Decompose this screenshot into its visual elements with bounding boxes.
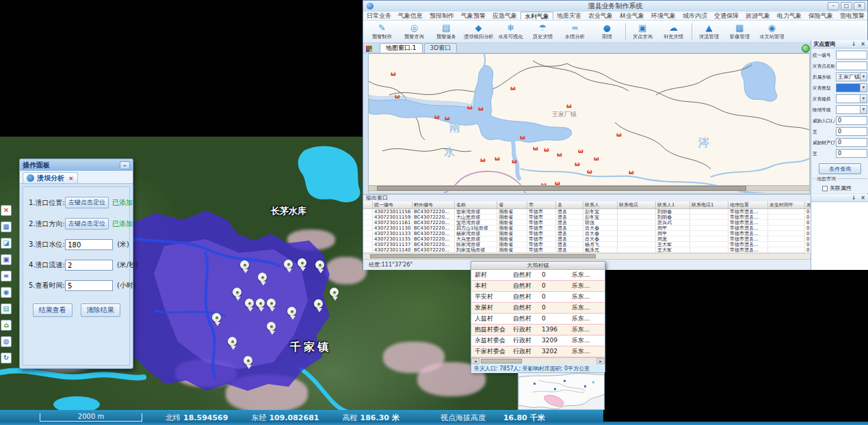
table-row[interactable]: 430723011161BC43072220...宝塔湾滑坡湖南省常德市澧县胡强… <box>363 220 811 225</box>
disaster-point-marker[interactable] <box>391 71 396 77</box>
disaster-point-marker[interactable] <box>566 103 572 109</box>
close-tab-icon[interactable]: × <box>68 175 74 182</box>
menu-tab[interactable]: 气象信息 <box>395 12 426 20</box>
vector-map[interactable]: 南水涔 王家厂镇 <box>368 53 810 193</box>
village-pin[interactable] <box>240 260 249 269</box>
pin-close-icons[interactable]: ↓ × <box>852 195 867 201</box>
minimize-icon[interactable]: – <box>120 161 130 169</box>
column-header[interactable]: 名称 <box>455 202 497 208</box>
disaster-point-marker[interactable] <box>495 156 500 162</box>
field-control[interactable]: 0 <box>836 149 867 158</box>
breach-position-button[interactable]: 左键点击定位 <box>65 197 109 208</box>
swipe-tool-icon[interactable]: ◪ <box>1 238 12 249</box>
workspace-icon[interactable] <box>366 46 372 52</box>
field-control[interactable] <box>836 105 867 114</box>
field-control[interactable] <box>836 51 867 59</box>
village-pin[interactable] <box>245 299 254 307</box>
pin-close-icons[interactable]: ↓ × <box>852 41 867 47</box>
home-tool-icon[interactable]: ⌂ <box>1 320 12 331</box>
field-control[interactable] <box>836 61 867 70</box>
scroll-thumb[interactable] <box>481 359 522 364</box>
dam-analysis-tab[interactable]: 溃坝分析 × <box>23 172 78 183</box>
table-row[interactable]: 430723011130BC43072220...四方山1组滑坡湖南省常德市澧县… <box>363 225 811 231</box>
village-pin[interactable] <box>315 260 324 269</box>
column-header[interactable]: 野外编号 <box>412 202 455 208</box>
village-pin[interactable] <box>287 307 296 316</box>
disaster-point-marker[interactable] <box>510 85 516 92</box>
extent-tool-icon[interactable]: ▣ <box>1 254 12 265</box>
field-control[interactable]: 0 <box>836 116 867 125</box>
breach-direction-button[interactable]: 左键点击定位 <box>65 218 109 230</box>
column-header[interactable] <box>363 202 373 208</box>
disaster-point-marker[interactable] <box>578 148 583 154</box>
disaster-point-marker[interactable] <box>598 191 603 193</box>
disaster-point-marker[interactable] <box>520 135 525 141</box>
menu-tab[interactable]: 气象预警 <box>458 12 489 20</box>
menu-tab[interactable]: 水利气象 <box>521 12 553 20</box>
table-row[interactable]: 430723011140BC43072220...刘家屋场滑坡湖南省常德市澧县戴… <box>363 247 811 253</box>
disaster-point-marker[interactable] <box>512 159 517 165</box>
village-pin[interactable] <box>256 299 265 307</box>
village-row[interactable]: 永益村委会行政村3209乐东... <box>471 335 605 346</box>
window-control-button[interactable]: – <box>828 2 839 10</box>
village-pin[interactable] <box>228 337 237 346</box>
column-header[interactable]: 县 <box>556 202 583 208</box>
map-tab[interactable]: 3D窗口 <box>424 43 458 53</box>
view-duration-input[interactable] <box>65 280 113 291</box>
column-header[interactable]: 统一编号 <box>373 202 412 208</box>
toolbar-button[interactable]: ◉ 水文站管理 <box>756 23 788 40</box>
table-row[interactable]: 430723011159BC43072220...大山里滑坡湖南省常德市澧县彭冬… <box>363 215 811 220</box>
map-horizontal-scrollbar[interactable] <box>368 185 810 191</box>
toolbar-button[interactable]: ❄ 水库可视化 <box>495 23 527 40</box>
map-tab[interactable]: 地图窗口.1 <box>380 43 423 53</box>
village-pin[interactable] <box>233 288 241 297</box>
disaster-point-marker[interactable] <box>583 193 589 193</box>
menu-tab[interactable]: 农业气象 <box>585 12 616 20</box>
village-pin[interactable] <box>244 356 252 365</box>
column-header[interactable]: 市 <box>527 202 556 208</box>
table-horizontal-scrollbar[interactable] <box>363 253 811 259</box>
field-control[interactable] <box>836 83 867 92</box>
disaster-point-marker[interactable] <box>629 169 634 176</box>
terrain-tool-icon[interactable]: ▤ <box>1 303 12 314</box>
village-pin[interactable] <box>298 258 306 267</box>
globe-tool-icon[interactable]: ◍ <box>1 336 12 347</box>
menu-tab[interactable]: 电力气象 <box>774 12 805 20</box>
clear-result-button[interactable]: 清除结果 <box>81 303 120 317</box>
locate-button[interactable] <box>802 44 810 53</box>
menu-tab[interactable]: 交通保障 <box>711 12 742 20</box>
villages-window-title[interactable]: 大坝村镇 <box>471 262 605 270</box>
disaster-point-marker[interactable] <box>434 114 440 120</box>
field-control[interactable]: 0 <box>836 138 867 147</box>
table-row[interactable]: 430723011135BC43072220...大兴里滑坡湖南省常德市澧县肖大… <box>363 236 811 242</box>
breach-velocity-input[interactable] <box>65 260 113 271</box>
village-pin[interactable] <box>267 299 276 307</box>
disaster-point-marker[interactable] <box>467 105 473 111</box>
toolbar-button[interactable]: ☁ 补充灾情 <box>657 23 689 40</box>
village-row[interactable]: 平安村自然村0乐东... <box>471 292 605 303</box>
toolbar-button[interactable]: ▲ 河流管理 <box>692 23 724 40</box>
menu-tab[interactable]: 地质灾害 <box>553 12 585 20</box>
villages-scrollbar[interactable]: ◂▸ <box>471 357 605 364</box>
column-header[interactable]: 联系电话 <box>618 202 656 208</box>
disaster-point-marker[interactable] <box>587 169 592 175</box>
column-header[interactable]: 联系电话1 <box>690 202 728 208</box>
window-control-button[interactable]: □ <box>841 2 852 10</box>
column-header[interactable]: 联系人 <box>583 202 618 208</box>
window-control-button[interactable]: × <box>854 2 865 10</box>
village-pin[interactable] <box>258 273 267 282</box>
layers-tool-icon[interactable]: ▦ <box>1 221 12 232</box>
toolbar-button[interactable]: ✎ 预警制作 <box>366 23 398 40</box>
menu-tab[interactable]: 城市内涝 <box>679 12 711 20</box>
field-control[interactable] <box>836 94 867 103</box>
village-pin[interactable] <box>267 322 276 331</box>
toolbar-button[interactable]: ● 雨情 <box>591 23 623 40</box>
flood-tool-icon[interactable]: ≈ <box>1 271 12 282</box>
disaster-point-marker[interactable] <box>616 132 622 138</box>
disaster-point-marker[interactable] <box>533 146 538 152</box>
disaster-point-marker[interactable] <box>480 157 486 163</box>
disaster-point-marker[interactable] <box>478 106 484 112</box>
breach-level-input[interactable] <box>65 239 113 250</box>
disaster-point-marker[interactable] <box>594 156 599 162</box>
overview-inset-map[interactable] <box>518 372 605 410</box>
